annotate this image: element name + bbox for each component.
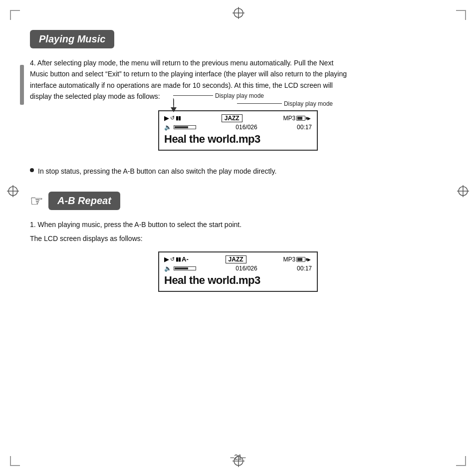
jazz-badge: JAZZ bbox=[222, 114, 242, 122]
speaker-icon: 🔈 bbox=[164, 124, 172, 131]
lcd-display-1: ▶ ↺ ▮▮ JAZZ MP3 ► bbox=[158, 110, 318, 151]
page-number: –21– bbox=[230, 453, 245, 461]
lcd-left-icons: ▶ ↺ ▮▮ bbox=[164, 114, 181, 122]
playing-music-title-bar: Playing Music bbox=[30, 30, 114, 48]
lcd-top-row-1: ▶ ↺ ▮▮ JAZZ MP3 ► bbox=[164, 114, 312, 122]
lcd-top-row-2: ▶ ↺ ▮▮ A- JAZZ MP3 ► bbox=[164, 255, 312, 263]
crosshair-left bbox=[7, 185, 19, 199]
page-footer: –21– bbox=[0, 453, 476, 461]
play-icon: ▶ bbox=[164, 114, 169, 122]
lcd-display-2-wrapper: ▶ ↺ ▮▮ A- JAZZ MP3 ► bbox=[30, 251, 446, 292]
repeat-icon: ↺ bbox=[170, 115, 175, 121]
bullet-text: In stop status, pressing the A-B button … bbox=[38, 166, 276, 177]
lcd-left-icons-2: ▶ ↺ ▮▮ A- bbox=[164, 255, 189, 263]
song-title-2: Heal the world.mp3 bbox=[164, 274, 312, 287]
corner-mark-tr bbox=[456, 10, 466, 20]
crosshair-right bbox=[457, 185, 469, 199]
format-text-2: MP3 bbox=[283, 256, 295, 263]
format-text: MP3 bbox=[283, 115, 295, 122]
volume-fill-2 bbox=[175, 267, 188, 269]
bullet-dot bbox=[30, 168, 34, 172]
speaker-icon-2: 🔈 bbox=[164, 265, 172, 272]
volume-fill bbox=[175, 126, 188, 128]
playing-music-title: Playing Music bbox=[39, 33, 105, 44]
time-display-2: 00:17 bbox=[297, 265, 312, 272]
corner-mark-tl bbox=[10, 10, 20, 20]
track-counter-2: 016/026 bbox=[236, 265, 257, 272]
hand-icon: ☞ bbox=[30, 192, 43, 210]
lcd-display-1-wrapper: Display play mode Display play mode bbox=[30, 109, 446, 151]
ab-title-bar: A-B Repeat bbox=[48, 192, 120, 210]
volume-row: 🔈 bbox=[164, 124, 196, 131]
volume-bar-2 bbox=[174, 266, 196, 270]
playing-music-header: Playing Music bbox=[30, 30, 446, 48]
time-display: 00:17 bbox=[297, 124, 312, 131]
step1-line1: 1. When playing music, press the A-B but… bbox=[30, 219, 349, 230]
ab-title: A-B Repeat bbox=[57, 195, 111, 206]
bullet-section: In stop status, pressing the A-B button … bbox=[30, 166, 349, 177]
track-counter: 016/026 bbox=[236, 124, 257, 131]
a-marker: A- bbox=[182, 255, 189, 263]
repeat-icon-2: ↺ bbox=[170, 256, 175, 262]
mp3-label: MP3 ► bbox=[283, 115, 312, 122]
lcd-second-row: 🔈 016/026 00:17 bbox=[164, 124, 312, 131]
pause-bars-icon: ▮▮ bbox=[176, 115, 181, 121]
mp3-label-2: MP3 ► bbox=[283, 256, 312, 263]
lcd-display-2: ▶ ↺ ▮▮ A- JAZZ MP3 ► bbox=[158, 251, 318, 292]
song-title-1: Heal the world.mp3 bbox=[164, 133, 312, 146]
svg-marker-13 bbox=[171, 107, 177, 112]
volume-row-2: 🔈 bbox=[164, 265, 196, 272]
step1-line2: The LCD screen displays as follows: bbox=[30, 233, 349, 244]
volume-bar bbox=[174, 125, 196, 129]
battery-icon bbox=[296, 116, 305, 121]
main-content: Playing Music 4. After selecting play mo… bbox=[30, 30, 446, 446]
jazz-badge-2: JAZZ bbox=[226, 255, 246, 263]
sidebar-accent bbox=[20, 65, 24, 105]
battery-icon-2 bbox=[296, 257, 305, 262]
play-icon-2: ▶ bbox=[164, 255, 169, 263]
pause-bars-icon-2: ▮▮ bbox=[176, 256, 181, 262]
display-play-mode-label: Display play mode bbox=[213, 92, 264, 99]
display-label: Display play mode bbox=[282, 100, 333, 107]
crosshair-top bbox=[233, 7, 244, 21]
ab-repeat-header: ☞ A-B Repeat bbox=[30, 192, 446, 210]
lcd-second-row-2: 🔈 016/026 00:17 bbox=[164, 265, 312, 272]
